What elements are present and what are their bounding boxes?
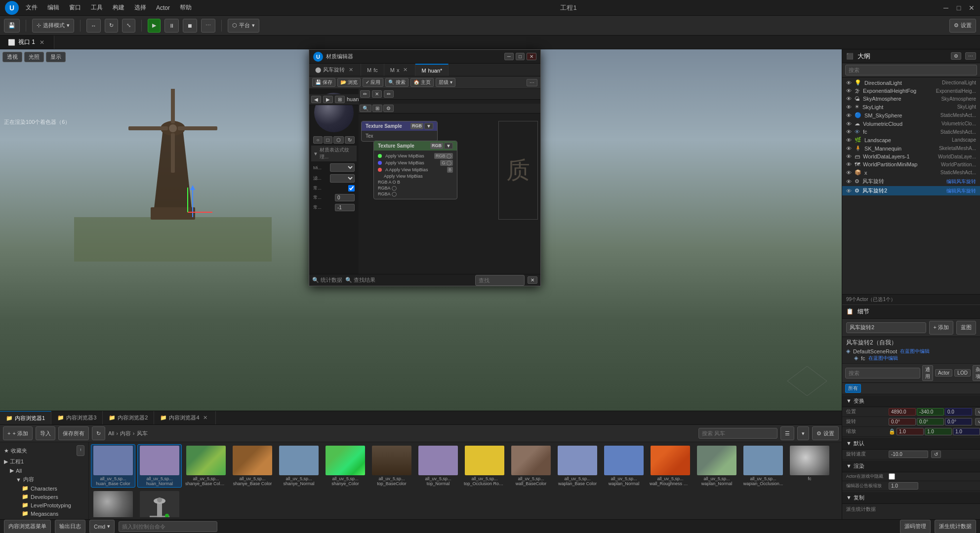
prev-ctrl-1[interactable]: ○: [313, 136, 322, 144]
outliner-item-windmill2[interactable]: 👁 ⚙ 风车旋转2 编辑风车旋转: [842, 186, 980, 195]
details-search[interactable]: [845, 368, 920, 379]
filter-general[interactable]: 通用: [922, 365, 933, 381]
filter-actor[interactable]: Actor: [935, 369, 952, 377]
outliner-item-x[interactable]: 👁 📦 x StaticMeshAct...: [842, 168, 980, 177]
tree-project[interactable]: ▶ 工程1: [0, 457, 88, 466]
mat-home-btn[interactable]: 🏠 主页: [410, 78, 434, 87]
scale-btn[interactable]: ⤡: [122, 19, 135, 33]
outliner-item-worldpartition[interactable]: 👁 🗺 WorldPartitionMiniMap WorldPartition…: [842, 160, 980, 168]
more-btn[interactable]: ⋯: [201, 19, 215, 33]
add-component-btn[interactable]: + 添加: [929, 321, 953, 335]
cb-menu-btn[interactable]: 内容浏览器菜单: [4, 520, 51, 533]
rotate-speed-input[interactable]: [889, 451, 928, 458]
pos-z-input[interactable]: [945, 408, 972, 416]
mat-tab-windmill-close[interactable]: ✕: [347, 66, 355, 74]
menu-select[interactable]: 选择: [131, 2, 149, 13]
cb-settings-btn[interactable]: ⚙ 设置: [812, 426, 839, 440]
settings-btn[interactable]: ⚙ 设置: [949, 19, 976, 33]
scale-y-input[interactable]: [925, 428, 952, 435]
minimize-btn[interactable]: ─: [942, 4, 949, 11]
node-settings-node[interactable]: ⚙: [383, 105, 394, 112]
cmd-input[interactable]: [119, 521, 217, 532]
outliner-item-landscape[interactable]: 👁 🌿 Landscape Landscape: [842, 136, 980, 144]
mat-tab-fc[interactable]: M fc: [361, 64, 384, 76]
mat-tab-huan[interactable]: M huan*: [415, 64, 449, 76]
tree-megascans[interactable]: 📁 Megascans: [0, 509, 88, 518]
save-btn[interactable]: 💾: [4, 19, 20, 33]
filter-lod[interactable]: LOD: [954, 369, 971, 377]
menu-actor[interactable]: Actor: [153, 3, 173, 12]
outliner-item-skysphere[interactable]: 👁 🔵 SM_SkySphere StaticMeshAct...: [842, 111, 980, 119]
rotate-btn[interactable]: ↻: [105, 19, 118, 33]
cb-sync-btn[interactable]: ↻: [92, 426, 105, 440]
outliner-item-fc[interactable]: 👁 👁 fc StaticMeshAct...: [842, 128, 980, 136]
outliner-more-btn[interactable]: ⋯: [965, 52, 976, 60]
rot-y-input[interactable]: [917, 418, 944, 425]
stop-btn[interactable]: ⏹: [183, 19, 197, 33]
asset-item[interactable]: all_uv_5,sp...top_Normal: [416, 444, 460, 488]
section-transform[interactable]: ▼ 变换: [842, 395, 980, 407]
cb-tab-3[interactable]: 📁 内容浏览器3: [51, 411, 103, 424]
prev-ctrl-3[interactable]: ⬡: [333, 136, 344, 144]
source-control-btn[interactable]: 源码管理: [900, 520, 931, 533]
mat-mi-select[interactable]: [330, 163, 355, 172]
viewport-lit-btn[interactable]: 光照: [24, 52, 44, 62]
pos-x-input[interactable]: [889, 408, 916, 416]
asset-item[interactable]: all_uv_5,sp...wall_Roughness Color: [648, 444, 693, 488]
prev-ctrl-4[interactable]: ↻: [345, 136, 355, 144]
mat-tab-x[interactable]: M x ✕: [384, 64, 416, 76]
rot-z-input[interactable]: [945, 418, 972, 425]
billboard-input[interactable]: [889, 482, 918, 490]
asset-item[interactable]: 风车旋转: [137, 490, 182, 517]
outliner-item-worlddata[interactable]: 👁 🗃 WorldDataLayers-1 WorldDataLaye...: [842, 152, 980, 160]
node-toolbar-1[interactable]: ✏: [360, 90, 370, 98]
node-toolbar-2[interactable]: ✕: [372, 90, 382, 98]
cb-tab-2[interactable]: 📁 内容浏览器2: [103, 411, 154, 424]
asset-item[interactable]: fc: [787, 444, 832, 488]
filter-all[interactable]: 所有: [845, 384, 861, 393]
cb-tab-1[interactable]: 📁 内容浏览器1: [0, 411, 51, 424]
mat-browse-btn[interactable]: 📂 浏览: [337, 78, 361, 87]
menu-help[interactable]: 帮助: [177, 2, 195, 13]
mat-save-btn[interactable]: 💾 保存: [312, 78, 335, 87]
back-btn[interactable]: ◀: [311, 96, 321, 103]
tree-developers[interactable]: 📁 Developers: [0, 493, 88, 501]
forward-btn[interactable]: ▶: [323, 96, 333, 103]
mat-find-input[interactable]: [475, 275, 525, 286]
platform-btn[interactable]: ⬡ 平台 ▾: [228, 19, 259, 33]
outliner-settings-btn[interactable]: ⚙: [951, 52, 961, 60]
mat-apply-btn[interactable]: ✓ 应用: [363, 78, 384, 87]
asset-item[interactable]: all_uv_5,sp...waplan_Normal: [694, 444, 739, 488]
rot-x-input[interactable]: [889, 418, 916, 425]
play-btn[interactable]: ▶: [148, 19, 161, 33]
cb-search[interactable]: [698, 428, 777, 439]
pause-btn[interactable]: ⏸: [164, 19, 179, 33]
mat-check[interactable]: [348, 185, 355, 191]
menu-tools[interactable]: 工具: [88, 2, 106, 13]
asset-item[interactable]: all_uv_5,sp...waplan_Base Color: [555, 444, 600, 488]
mat-filter-select[interactable]: [330, 174, 355, 183]
pos-reset-btn[interactable]: ↺: [975, 408, 980, 416]
node-grid-btn[interactable]: ⊞: [372, 105, 382, 112]
tree-favorites[interactable]: ★ 收藏夹: [0, 444, 88, 457]
section-rendering[interactable]: ▼ 渲染: [842, 460, 980, 472]
mat-find-close[interactable]: ✕: [528, 276, 537, 284]
asset-item[interactable]: all_uv_5,sp...shanye_Base Color: [230, 444, 275, 488]
cmd-btn[interactable]: Cmd ▾: [89, 520, 115, 533]
menu-file[interactable]: 文件: [23, 2, 41, 13]
asset-item[interactable]: all_uv_5,sp...shanye_Base Color Occlusio…: [184, 444, 228, 488]
asset-item[interactable]: all_uv_5,sp...wapian_Occlusion...: [741, 444, 785, 488]
menu-build[interactable]: 构建: [110, 2, 127, 13]
mat-editor-minimize[interactable]: ─: [504, 53, 514, 60]
mat-val-input[interactable]: [335, 194, 355, 201]
cb-tab-4-close[interactable]: ✕: [202, 414, 209, 422]
outliner-item-mannequin[interactable]: 👁 🧍 SK_Mannequin SkeletalMeshA...: [842, 144, 980, 152]
outliner-item-volumetric[interactable]: 👁 ☁ VolumetricCloud VolumetricClo...: [842, 119, 980, 128]
filter-misc[interactable]: 杂项: [973, 365, 980, 381]
actor-name-input[interactable]: [846, 322, 926, 333]
cb-import-btn[interactable]: 导入: [36, 426, 55, 440]
outliner-item-windmill[interactable]: 👁 ⚙ 风车旋转 编辑风车旋转: [842, 177, 980, 186]
outliner-search[interactable]: [845, 65, 977, 76]
output-log-btn[interactable]: 输出日志: [55, 520, 85, 533]
prev-ctrl-2[interactable]: □: [324, 136, 332, 144]
